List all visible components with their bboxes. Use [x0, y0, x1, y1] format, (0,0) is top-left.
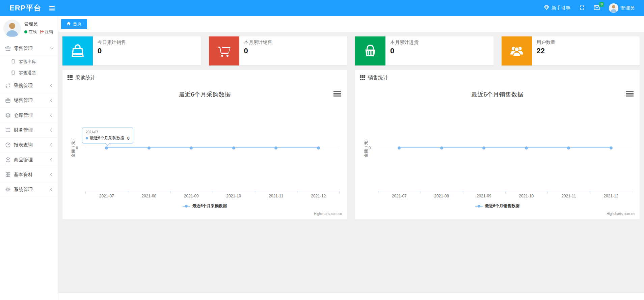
message-count-badge: 0 [599, 2, 604, 7]
stat-label: 本月累计销售 [244, 39, 272, 46]
chevron-left-icon [50, 143, 54, 147]
sidebar-item-reports[interactable]: 报表查询 [0, 138, 58, 153]
x-axis-labels: 2021-072021-082021-092021-102021-112021-… [378, 194, 632, 198]
book-icon [5, 127, 11, 133]
sidebar-item-purchase[interactable]: 采购管理 [0, 78, 58, 93]
table-grid-icon [360, 75, 365, 80]
stat-label: 今日累计销售 [98, 39, 126, 46]
sidebar-item-sales[interactable]: 销售管理 [0, 93, 58, 108]
sidebar-item-system[interactable]: 系统管理 [0, 182, 58, 197]
shopping-cart-icon [209, 36, 239, 65]
stat-card-month-sales: 本月累计销售 0 [209, 36, 347, 65]
sidebar-toggle-button[interactable] [47, 4, 57, 12]
series-line [399, 147, 611, 148]
data-point-2021-10[interactable] [525, 146, 528, 149]
sidebar-item-warehouse[interactable]: 仓库管理 [0, 108, 58, 123]
data-point-2021-09[interactable] [482, 146, 485, 149]
online-status-dot [24, 30, 27, 33]
data-point-2021-11[interactable] [567, 146, 570, 149]
guide-button[interactable]: 新手引导 [544, 5, 570, 11]
main-content: 今日累计销售 0 本月累计销售 0 本月累计进货 0 [58, 32, 644, 293]
highcharts-credits-link[interactable]: Highcharts.com.cn [607, 212, 635, 216]
chart-legend-item[interactable]: 最近6个月采购数据 [62, 203, 347, 209]
series-line [107, 147, 319, 148]
sidebar: 管理员 在线 注销 零售管理 [0, 16, 58, 300]
tooltip-header: 2021-07 [86, 130, 130, 134]
data-point-2021-08[interactable] [440, 146, 443, 149]
stat-label: 用户数量 [537, 39, 556, 46]
charts-row: 采购统计 最近6个月采购数据 金额（元） 0 2021-072021-08202… [62, 70, 640, 219]
legend-marker-icon [183, 204, 190, 208]
data-point-2021-07[interactable] [398, 146, 401, 149]
messages-button[interactable]: 0 [594, 5, 600, 11]
data-point-2021-08[interactable] [147, 146, 151, 149]
stat-value: 0 [390, 47, 419, 55]
y-axis-label: 金额（元） [71, 144, 76, 157]
sidebar-item-goods[interactable]: 商品管理 [0, 153, 58, 167]
shopping-basket-icon [355, 36, 385, 65]
shopping-bag-icon [62, 36, 93, 65]
highcharts-credits-link[interactable]: Highcharts.com.cn [314, 212, 342, 216]
sidebar-user-panel: 管理员 在线 注销 [0, 16, 58, 40]
chevron-left-icon [50, 129, 54, 132]
online-status-label: 在线 [29, 29, 37, 35]
chevron-left-icon [50, 99, 54, 102]
chart-legend-item[interactable]: 最近6个月销售数据 [355, 203, 640, 209]
tooltip-series-dot [86, 137, 88, 139]
data-point-2021-11[interactable] [274, 146, 277, 149]
tab-home[interactable]: 首页 [61, 19, 87, 29]
page-footer [58, 293, 644, 300]
sales-stats-panel: 销售统计 最近6个月销售数据 金额（元） 0 2021-072021-08202… [355, 70, 640, 219]
data-point-2021-07[interactable] [105, 146, 108, 149]
data-point-2021-12[interactable] [317, 146, 320, 149]
sidebar-item-finance[interactable]: 财务管理 [0, 123, 58, 138]
stat-label: 本月累计进货 [390, 39, 419, 46]
stat-value: 22 [537, 47, 556, 55]
gem-icon [544, 5, 549, 11]
sidebar-subitem-retail-return[interactable]: 零售退货 [0, 67, 58, 78]
user-menu[interactable]: 管理员 [609, 3, 635, 13]
tooltip-value: 0 [127, 136, 130, 141]
app-logo[interactable]: ERP平台 [0, 3, 47, 13]
journal-icon [11, 70, 16, 75]
pie-chart-icon [5, 142, 11, 148]
y-axis-label: 金额（元） [363, 144, 369, 157]
sidebar-item-basic-data[interactable]: 基本资料 [0, 167, 58, 182]
guide-label: 新手引导 [552, 5, 570, 11]
chevron-left-icon [50, 158, 54, 162]
retail-submenu: 零售出库 零售退货 [0, 56, 58, 78]
chevron-left-icon [50, 114, 54, 117]
briefcase-icon [5, 98, 11, 104]
sidebar-subitem-retail-outbound[interactable]: 零售出库 [0, 56, 58, 67]
navbar-avatar [609, 3, 618, 13]
chevron-left-icon [50, 188, 54, 191]
chart-plot-area: 2021-072021-082021-092021-102021-112021-… [378, 70, 632, 219]
sidebar-avatar [3, 20, 21, 37]
data-point-2021-10[interactable] [232, 146, 235, 149]
logout-icon [39, 29, 44, 35]
chevron-down-icon [50, 46, 54, 50]
data-point-2021-12[interactable] [610, 146, 613, 149]
gear-icon [5, 187, 11, 193]
sidebar-item-retail[interactable]: 零售管理 [0, 41, 58, 56]
stat-card-user-count: 用户数量 22 [502, 36, 640, 65]
fullscreen-button[interactable] [579, 5, 585, 11]
y-axis-tick: 0 [76, 146, 78, 150]
sidebar-menu: 零售管理 零售出库 零售退货 [0, 41, 58, 197]
users-icon [502, 36, 532, 65]
logout-link[interactable]: 注销 [39, 29, 53, 35]
y-axis-tick: 0 [369, 146, 371, 150]
top-navbar: ERP平台 新手引导 0 [0, 0, 644, 16]
stat-cards-row: 今日累计销售 0 本月累计销售 0 本月累计进货 0 [62, 36, 640, 65]
chart-tooltip: 2021-07 最近6个月采购数据: 0 [82, 128, 133, 143]
legend-marker-icon [475, 204, 483, 208]
stat-value: 0 [244, 47, 272, 55]
chart-plot-area: 2021-072021-082021-092021-102021-112021-… [85, 70, 340, 219]
data-point-2021-09[interactable] [190, 146, 193, 149]
journal-icon [11, 59, 16, 64]
chevron-left-icon [50, 84, 54, 87]
purchase-stats-panel: 采购统计 最近6个月采购数据 金额（元） 0 2021-072021-08202… [62, 70, 347, 219]
cube-icon [5, 157, 11, 163]
tab-bar: 首页 [58, 16, 644, 32]
navbar-username: 管理员 [620, 5, 635, 11]
